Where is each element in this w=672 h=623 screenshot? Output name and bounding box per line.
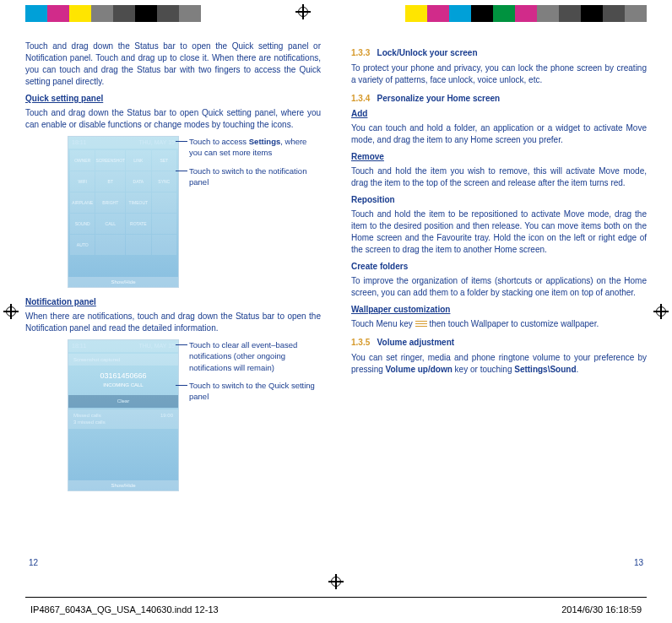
remove-body: Touch and hold the item you wish to remo… bbox=[351, 165, 647, 189]
color-bar-left bbox=[25, 5, 201, 22]
notification-figure: 18:11THU, MAY 15 Screenshot captured 031… bbox=[25, 339, 321, 491]
quick-setting-heading: Quick setting panel bbox=[25, 93, 321, 105]
section-1.3.5: 1.3.5 Volume adjustment bbox=[351, 337, 647, 349]
registration-cross-top bbox=[295, 4, 311, 19]
notif-callout-switch: Touch to switch to the Quick setting pan… bbox=[187, 380, 321, 403]
mock-time: 18:11 bbox=[72, 138, 87, 147]
add-body: You can touch and hold a folder, an appl… bbox=[351, 122, 647, 146]
reposition-body: Touch and hold the item to be reposition… bbox=[351, 209, 647, 256]
quick-setting-figure: 18:11THU, MAY 15 OWNERSCREENSHOTLINKSET … bbox=[25, 136, 321, 288]
add-heading: Add bbox=[351, 108, 647, 120]
page-12: Touch and drag down the Status bar to op… bbox=[25, 41, 321, 500]
registration-bottom bbox=[0, 574, 672, 589]
s133-body: To protect your phone and privacy, you c… bbox=[351, 62, 647, 86]
registration-top bbox=[0, 0, 672, 24]
mock-date: THU, MAY 15 bbox=[138, 138, 175, 147]
quick-callout-switch: Touch to switch to the notification pane… bbox=[187, 165, 321, 188]
timestamp: 2014/6/30 16:18:59 bbox=[561, 604, 642, 615]
section-1.3.3: 1.3.3 Lock/Unlock your screen bbox=[351, 47, 647, 59]
indesign-filename: IP4867_6043A_QG_USA_140630.indd 12-13 bbox=[30, 604, 219, 615]
page-number-left: 12 bbox=[29, 558, 38, 567]
reposition-heading: Reposition bbox=[351, 194, 647, 206]
folders-heading: Create folders bbox=[351, 261, 647, 273]
menu-key-icon bbox=[415, 321, 427, 328]
notification-heading: Notification panel bbox=[25, 296, 321, 308]
quick-setting-body: Touch and drag down the Status bar to op… bbox=[25, 107, 321, 131]
notif-callout-clear: Touch to clear all event–based notificat… bbox=[187, 339, 321, 373]
registration-left bbox=[3, 304, 19, 319]
s135-body: You can set ringer, media and phone ring… bbox=[351, 352, 647, 376]
folders-body: To improve the organization of items (sh… bbox=[351, 275, 647, 299]
color-bar-right bbox=[405, 5, 647, 22]
wallpaper-body: Touch Menu key then touch Wallpaper to c… bbox=[351, 318, 647, 330]
notification-body: When there are notifications, touch and … bbox=[25, 311, 321, 334]
quick-setting-screenshot: 18:11THU, MAY 15 OWNERSCREENSHOTLINKSET … bbox=[68, 136, 179, 288]
page-13: 1.3.3 Lock/Unlock your screen To protect… bbox=[351, 41, 647, 500]
intro-text: Touch and drag down the Status bar to op… bbox=[25, 41, 321, 88]
section-1.3.4: 1.3.4 Personalize your Home screen bbox=[351, 93, 647, 105]
quick-callout-settings: Touch to access Settings, where you can … bbox=[187, 136, 321, 159]
wallpaper-heading: Wallpaper customization bbox=[351, 304, 647, 316]
remove-heading: Remove bbox=[351, 151, 647, 163]
footer-rule bbox=[25, 597, 647, 598]
notification-screenshot: 18:11THU, MAY 15 Screenshot captured 031… bbox=[68, 339, 179, 491]
page-number-right: 13 bbox=[634, 558, 643, 567]
registration-right bbox=[653, 304, 669, 319]
